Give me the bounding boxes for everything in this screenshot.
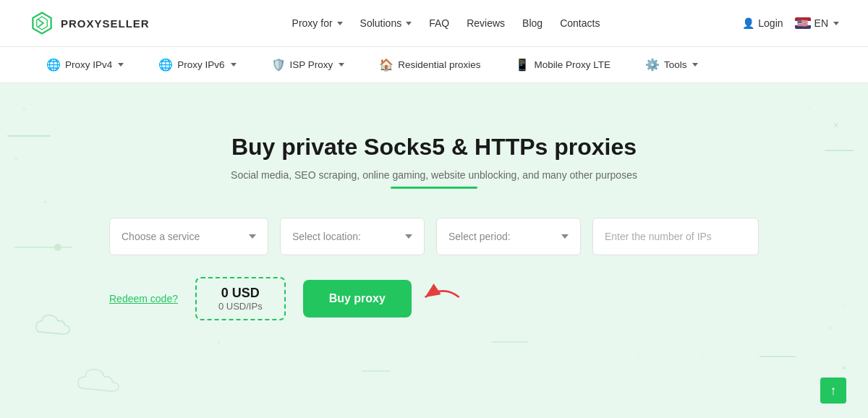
arrow-indicator (419, 283, 462, 315)
mobile-icon: 📱 (515, 58, 529, 72)
nav-reviews[interactable]: Reviews (467, 17, 505, 29)
sec-nav-tools[interactable]: ⚙️ Tools (628, 47, 716, 83)
deco-x-br: × (828, 325, 832, 331)
choose-service-label: Choose a service (122, 231, 200, 242)
choose-service-dropdown[interactable]: Choose a service (109, 218, 268, 255)
logo[interactable]: PROXYSELLER (29, 10, 150, 36)
secondary-nav: 🌐 Proxy IPv4 🌐 Proxy IPv6 🛡️ ISP Proxy 🏠… (0, 47, 868, 83)
price-main: 0 USD (218, 286, 263, 301)
language-selector[interactable]: 🇺🇸 EN (795, 17, 839, 29)
header: PROXYSELLER Proxy for Solutions FAQ Revi… (0, 0, 868, 47)
chevron-down-icon (406, 22, 412, 25)
buy-proxy-button[interactable]: Buy proxy (303, 280, 412, 317)
logo-icon (29, 10, 55, 36)
svg-marker-0 (33, 13, 51, 34)
deco-slider (14, 242, 72, 255)
dropdown-arrow-icon (249, 234, 256, 239)
hero-subtitle: Social media, SEO scraping, online gamin… (109, 169, 759, 181)
sec-nav-mobile[interactable]: 📱 Mobile Proxy LTE (498, 47, 628, 83)
select-location-dropdown[interactable]: Select location: (280, 218, 425, 255)
login-button[interactable]: 👤 Login (742, 17, 783, 29)
tools-icon: ⚙️ (645, 58, 660, 72)
nav-right: 👤 Login 🇺🇸 EN (742, 17, 839, 29)
hero-title: Buy private Socks5 & HTTPs proxies (109, 134, 759, 161)
deco-x2: × (43, 199, 47, 205)
deco-x: × (14, 155, 18, 162)
chevron-down-icon (833, 22, 839, 25)
chevron-down-icon (692, 63, 698, 67)
deco-dot-right: ○ (807, 105, 810, 111)
svg-point-8 (54, 244, 61, 251)
nav-faq[interactable]: FAQ (429, 17, 449, 29)
dropdown-arrow-icon (561, 234, 569, 239)
nav-contacts[interactable]: Contacts (560, 17, 600, 29)
deco-cloud-bottom (72, 361, 137, 404)
price-sub: 0 USD/IPs (218, 301, 263, 312)
home-icon: 🏠 (379, 58, 393, 72)
hero-underline (391, 187, 477, 189)
chevron-down-icon (337, 22, 343, 25)
select-period-label: Select period: (448, 231, 511, 242)
redeem-code-link[interactable]: Redeem code? (109, 293, 178, 304)
deco-line-br (760, 347, 796, 360)
deco-line (7, 127, 51, 140)
deco-o-bl: ○ (637, 354, 640, 360)
nav-solutions[interactable]: Solutions (360, 17, 412, 29)
deco-line-bottom2 (492, 333, 528, 346)
ip-count-input[interactable] (592, 218, 759, 255)
chevron-down-icon (339, 63, 344, 67)
user-icon: 👤 (742, 17, 754, 29)
hero-content: Buy private Socks5 & HTTPs proxies Socia… (109, 134, 759, 320)
deco-x-bottom: × (217, 339, 221, 346)
scroll-up-button[interactable] (820, 378, 846, 404)
sec-nav-residential[interactable]: 🏠 Residential proxies (362, 47, 498, 83)
logo-text: PROXYSELLER (61, 17, 150, 30)
chevron-down-icon (118, 63, 124, 67)
nav-blog[interactable]: Blog (522, 17, 542, 29)
dropdown-arrow-icon (405, 234, 412, 239)
hero-section: ○ × × × ○ × ○ • × ○ ○ Buy private Soc (0, 83, 868, 418)
bottom-row: Redeem code? 0 USD 0 USD/IPs Buy proxy (109, 277, 759, 320)
price-box: 0 USD 0 USD/IPs (195, 277, 286, 320)
deco-line-right (825, 141, 854, 154)
deco-x-right: × (833, 119, 839, 131)
nav-proxy-for[interactable]: Proxy for (292, 17, 343, 29)
select-location-label: Select location: (292, 231, 361, 242)
sec-nav-proxy-ipv4[interactable]: 🌐 Proxy IPv4 (29, 47, 141, 83)
deco-o-right: ○ (843, 303, 846, 310)
buy-btn-wrapper: Buy proxy (303, 280, 412, 317)
deco-o-bl2: ○ (702, 354, 705, 360)
shield-icon: 🛡️ (271, 58, 286, 72)
chevron-down-icon (231, 63, 237, 67)
svg-marker-1 (37, 17, 47, 30)
deco-line-bottom (362, 362, 391, 375)
select-period-dropdown[interactable]: Select period: (436, 218, 581, 255)
deco-dot: ○ (22, 105, 26, 113)
deco-dot-br: • (842, 362, 846, 375)
deco-cloud-left (29, 307, 87, 346)
sec-nav-isp-proxy[interactable]: 🛡️ ISP Proxy (254, 47, 362, 83)
flag-icon: 🇺🇸 (795, 17, 811, 29)
form-section: Choose a service Select location: Select… (109, 218, 759, 255)
globe-icon: 🌐 (46, 58, 61, 72)
main-nav: Proxy for Solutions FAQ Reviews Blog Con… (292, 17, 600, 29)
sec-nav-proxy-ipv6[interactable]: 🌐 Proxy IPv6 (141, 47, 253, 83)
globe-icon: 🌐 (158, 58, 173, 72)
